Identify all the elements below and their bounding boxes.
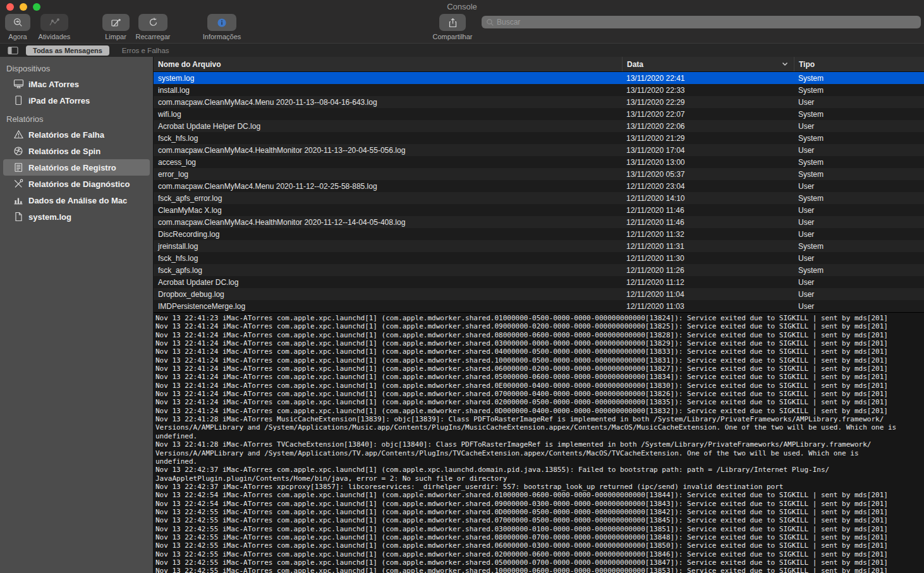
column-header-date[interactable]: Data (622, 57, 794, 71)
file-name-cell: error_log (154, 170, 622, 179)
info-button[interactable] (207, 14, 236, 31)
reload-tool: Recarregar (133, 14, 173, 40)
filter-all-messages[interactable]: Todas as Mensagens (26, 45, 109, 56)
share-tool: Compartilhar (432, 14, 473, 40)
file-row[interactable]: fsck_apfs_error.log12/11/2020 14:10Syste… (154, 192, 924, 204)
file-date-cell: 12/11/2020 14:10 (622, 194, 794, 203)
file-row[interactable]: Acrobat Updater DC.log12/11/2020 11:12Us… (154, 276, 924, 288)
now-button[interactable] (5, 14, 30, 31)
sidebar-item-label: Relatórios de Diagnóstico (28, 179, 130, 189)
file-name-cell: wifi.log (154, 110, 622, 119)
file-date-cell: 13/11/2020 05:37 (622, 170, 794, 179)
sidebar-item-relat-rios-de-diagn-stico[interactable]: Relatórios de Diagnóstico (3, 176, 150, 192)
file-name-cell: fsck_apfs.log (154, 266, 622, 275)
file-row[interactable]: com.macpaw.CleanMyMac4.Menu 2020-11-12--… (154, 180, 924, 192)
log-pane[interactable]: Nov 13 22:41:23 iMac-ATorres com.apple.x… (154, 312, 924, 573)
sidebar-item-label: Relatórios de Registro (28, 163, 116, 172)
traffic-light-minimize-button[interactable] (20, 3, 27, 11)
column-header-type[interactable]: Tipo (794, 57, 924, 71)
file-row[interactable]: fsck_hfs.log12/11/2020 11:30User (154, 252, 924, 264)
log-line: Nov 13 22:41:28 iMac-ATorres MusicCacheE… (155, 415, 924, 423)
file-row[interactable]: Acrobat Update Helper DC.log13/11/2020 2… (154, 120, 924, 132)
clear-tool: Limpar (101, 14, 130, 40)
file-name-cell: CleanMyMac X.log (154, 206, 622, 215)
log-line: Nov 13 22:42:55 iMac-ATorres com.apple.x… (155, 567, 924, 573)
reload-button[interactable] (138, 14, 167, 31)
file-date-cell: 12/11/2020 11:32 (622, 230, 794, 239)
file-row[interactable]: jreinstall.log12/11/2020 11:31System (154, 240, 924, 252)
file-type-cell: User (794, 290, 924, 299)
log-line: Nov 13 22:41:24 iMac-ATorres com.apple.x… (155, 331, 924, 339)
share-icon (448, 18, 458, 28)
file-type-cell: User (794, 218, 924, 227)
file-row[interactable]: system.log13/11/2020 22:41System (154, 72, 924, 84)
log-document-icon (13, 162, 24, 172)
file-row[interactable]: error_log13/11/2020 05:37System (154, 168, 924, 180)
log-line: Nov 13 22:42:55 iMac-ATorres com.apple.x… (155, 541, 924, 550)
traffic-light-zoom-button[interactable] (33, 3, 40, 11)
filter-errors-failures[interactable]: Erros e Falhas (118, 46, 173, 55)
file-row[interactable]: CleanMyMac X.log12/11/2020 11:46User (154, 204, 924, 216)
file-row[interactable]: wifi.log13/11/2020 22:07System (154, 108, 924, 120)
file-name-cell: system.log (154, 74, 622, 83)
sidebar-section-header: Relatórios (0, 109, 153, 126)
file-row[interactable]: Dropbox_debug.log12/11/2020 11:04User (154, 288, 924, 300)
column-header-name[interactable]: Nome do Arquivo (154, 57, 622, 71)
titlebar: Console Agora Atividades Limpar Recarreg… (0, 0, 924, 43)
file-row[interactable]: fsck_hfs.log13/11/2020 21:29System (154, 132, 924, 144)
file-row[interactable]: com.macpaw.CleanMyMac4.Menu 2020-11-13--… (154, 96, 924, 108)
file-type-cell: System (794, 242, 924, 251)
log-line: Nov 13 22:41:24 iMac-ATorres com.apple.x… (155, 365, 924, 373)
sidebar-item-relat-rios-de-spin[interactable]: Relatórios de Spin (3, 143, 150, 159)
file-type-cell: User (794, 230, 924, 239)
activities-button[interactable] (40, 14, 68, 31)
traffic-light-close-button[interactable] (6, 3, 14, 11)
file-date-cell: 12/11/2020 11:31 (622, 242, 794, 251)
file-row[interactable]: access_log13/11/2020 13:00System (154, 156, 924, 168)
imac-icon (13, 79, 24, 89)
file-date-cell: 13/11/2020 22:07 (622, 110, 794, 119)
sidebar-item-dados-de-an-lise-do-mac[interactable]: Dados de Análise do Mac (3, 192, 150, 208)
search-input[interactable] (482, 16, 921, 28)
share-button[interactable] (439, 14, 466, 31)
sidebar-toggle-button[interactable] (8, 46, 18, 55)
clear-label: Limpar (101, 33, 130, 40)
clear-button[interactable] (102, 14, 130, 31)
log-line: Nov 13 22:41:24 iMac-ATorres com.apple.x… (155, 339, 924, 347)
file-type-cell: User (794, 122, 924, 131)
file-row[interactable]: install.log13/11/2020 22:33System (154, 84, 924, 96)
log-line: undefined. (155, 432, 924, 440)
activities-tool: Atividades (35, 14, 73, 40)
log-line: Versions/A/AMPLibrary and /System/Applic… (155, 449, 924, 457)
main-pane: Nome do Arquivo Data Tipo system.log13/1… (154, 57, 924, 573)
sidebar-item-label: Relatórios de Falha (28, 130, 104, 140)
sidebar-item-relat-rios-de-falha[interactable]: Relatórios de Falha (3, 126, 150, 143)
sidebar-item-system-log[interactable]: system.log (3, 208, 150, 225)
log-line: Nov 13 22:42:55 iMac-ATorres com.apple.x… (155, 516, 924, 524)
file-date-cell: 12/11/2020 11:30 (622, 254, 794, 263)
sidebar-item-relat-rios-de-registro[interactable]: Relatórios de Registro (3, 159, 150, 176)
log-line: Nov 13 22:42:37 iMac-ATorres xpcproxy[13… (155, 483, 924, 491)
sidebar: DispositivosiMac ATorresiPad de ATorresR… (0, 57, 154, 573)
file-type-cell: User (794, 206, 924, 215)
file-date-cell: 12/11/2020 11:46 (622, 206, 794, 215)
log-line: Nov 13 22:42:54 iMac-ATorres com.apple.x… (155, 500, 924, 508)
file-row[interactable]: DiscRecording.log12/11/2020 11:32User (154, 228, 924, 240)
sidebar-item-ipad-de-atorres[interactable]: iPad de ATorres (3, 92, 150, 109)
sidebar-item-imac-atorres[interactable]: iMac ATorres (3, 76, 150, 92)
file-row[interactable]: com.macpaw.CleanMyMac4.HealthMonitor 202… (154, 216, 924, 228)
file-table: system.log13/11/2020 22:41Systeminstall.… (154, 72, 924, 312)
file-name-cell: jreinstall.log (154, 242, 622, 251)
reload-label: Recarregar (133, 33, 173, 40)
log-line: Nov 13 22:42:55 iMac-ATorres com.apple.x… (155, 558, 924, 567)
file-row[interactable]: com.macpaw.CleanMyMac4.HealthMonitor 202… (154, 144, 924, 156)
bar-chart-icon (13, 195, 24, 205)
log-line: Nov 13 22:42:37 iMac-ATorres com.apple.x… (155, 466, 924, 474)
window-title: Console (0, 2, 924, 11)
sidebar-item-label: Relatórios de Spin (28, 147, 100, 156)
file-name-cell: com.macpaw.CleanMyMac4.HealthMonitor 202… (154, 146, 622, 155)
file-type-cell: User (794, 254, 924, 263)
now-label: Agora (0, 33, 35, 40)
file-row[interactable]: IMDPersistenceMerge.log12/11/2020 11:03U… (154, 300, 924, 312)
file-row[interactable]: fsck_apfs.log12/11/2020 11:26System (154, 264, 924, 276)
